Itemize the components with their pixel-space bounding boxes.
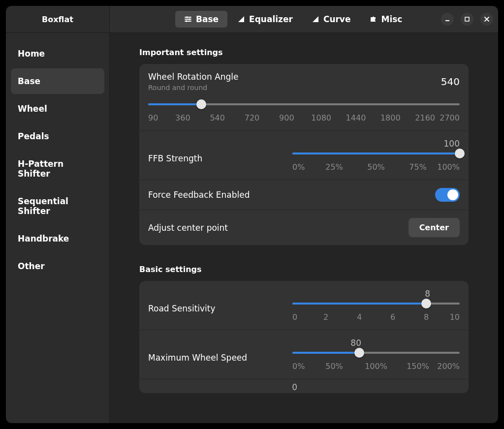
ffb-enabled-toggle[interactable] [435,188,460,202]
row-road-sensitivity: Road Sensitivity 8 0246810 [139,281,469,330]
ffb-strength-slider[interactable] [292,150,460,157]
rotation-label: Wheel Rotation Angle [148,72,239,82]
slider-thumb[interactable] [421,299,431,308]
tab-base[interactable]: Base [175,11,227,28]
tab-label: Curve [323,14,351,24]
sliders-icon [184,15,192,23]
signal-icon [312,15,319,23]
slider-thumb[interactable] [455,149,465,158]
rotation-subtitle: Round and round [148,84,239,92]
minimize-icon [444,16,450,22]
sidebar-item-h-pattern-shifter[interactable]: H-Pattern Shifter [11,151,104,186]
ffb-ticks: 0%25%50%75%100% [292,162,460,172]
sidebar-nav: HomeBaseWheelPedalsH-Pattern ShifterSequ… [6,33,109,287]
app-window: Boxflat HomeBaseWheelPedalsH-Pattern Shi… [6,6,498,423]
row-partial-next: 0 [139,379,469,393]
toggle-knob [447,189,458,200]
sidebar-item-base[interactable]: Base [11,68,104,94]
section-title-important: Important settings [139,48,469,57]
row-ffb-strength: FFB Strength 100 0%25%50%75%100% [139,130,469,180]
road-sens-value: 8 [425,289,430,299]
tab-label: Misc [381,14,402,24]
svg-rect-7 [465,17,469,21]
rotation-value: 540 [441,76,460,88]
puzzle-icon [369,15,377,23]
minimize-button[interactable] [441,13,454,26]
ffb-strength-label: FFB Strength [148,148,202,163]
card-important: Wheel Rotation Angle Round and round 540… [139,64,469,245]
road-ticks: 0246810 [292,312,460,322]
tab-switcher: BaseEqualizerCurveMisc [174,9,412,29]
tab-label: Equalizer [249,14,293,24]
rotation-ticks: 9036054072090010801440180021602700 [148,113,460,123]
row-max-wheel-speed: Maximum Wheel Speed 80 0%50%100%150%200% [139,330,469,379]
rotation-slider[interactable] [148,100,460,108]
close-icon [484,16,490,22]
sidebar-item-other[interactable]: Other [11,253,104,279]
row-center-point: Adjust center point Center [139,210,469,245]
section-title-basic: Basic settings [139,265,469,274]
svg-point-4 [189,18,190,20]
svg-point-5 [186,20,188,22]
partial-next-value: 0 [292,382,297,392]
content-area: Important settings Wheel Rotation Angle … [110,33,498,423]
signal-icon [237,15,245,23]
svg-rect-6 [445,20,449,21]
card-basic: Road Sensitivity 8 0246810 [139,281,469,393]
sidebar: Boxflat HomeBaseWheelPedalsH-Pattern Shi… [6,6,110,423]
tab-misc[interactable]: Misc [360,11,411,28]
sidebar-item-sequential-shifter[interactable]: Sequential Shifter [11,188,104,224]
tab-label: Base [196,14,219,24]
row-rotation-angle: Wheel Rotation Angle Round and round 540… [139,64,469,130]
maximize-icon [464,16,470,22]
row-ffb-enabled: Force Feedback Enabled [139,180,469,210]
tab-equalizer[interactable]: Equalizer [228,11,302,28]
sidebar-item-home[interactable]: Home [11,41,104,66]
ffb-enabled-label: Force Feedback Enabled [148,190,250,200]
maximize-button[interactable] [461,13,473,26]
app-title: Boxflat [6,6,109,33]
svg-point-3 [186,16,188,18]
tab-curve[interactable]: Curve [303,11,360,28]
center-label: Adjust center point [148,223,228,233]
ffb-strength-value: 100 [444,139,460,149]
max-speed-label: Maximum Wheel Speed [148,347,247,363]
window-controls [441,13,493,26]
sidebar-item-handbrake[interactable]: Handbrake [11,226,104,251]
slider-thumb[interactable] [196,99,206,109]
road-sens-label: Road Sensitivity [148,298,216,313]
close-button[interactable] [480,13,493,26]
sidebar-item-pedals[interactable]: Pedals [11,123,104,149]
slider-thumb[interactable] [354,348,364,358]
max-speed-value: 80 [350,338,361,348]
road-sens-slider[interactable] [292,300,460,307]
sidebar-item-wheel[interactable]: Wheel [11,96,104,122]
main-area: BaseEqualizerCurveMisc Important setting… [110,6,498,423]
center-button[interactable]: Center [409,218,460,237]
max-speed-slider[interactable] [292,349,460,357]
speed-ticks: 0%50%100%150%200% [292,362,460,371]
header-bar: BaseEqualizerCurveMisc [110,6,498,33]
